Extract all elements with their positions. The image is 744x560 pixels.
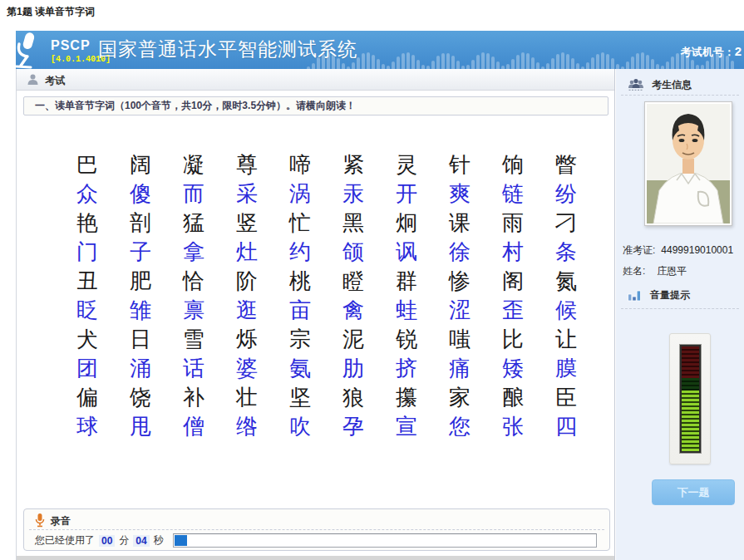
grid-char: 条 [555,238,609,267]
grid-char: 炯 [396,209,449,238]
grid-char: 肥 [130,267,183,296]
grid-char: 日 [130,325,183,354]
equalizer-bar [666,61,669,70]
grid-char: 补 [183,383,236,412]
recording-timer-row: 您已经使用了 00 分 04 秒 [24,531,609,550]
grid-char: 雨 [502,209,555,238]
grid-char: 狼 [342,383,396,412]
grid-char: 傻 [130,179,183,209]
name-label: 姓名: [623,265,645,277]
machine-number: 考试机号：2 [681,44,742,60]
grid-char: 瞥 [555,150,609,179]
bottom-strip [17,556,614,560]
grid-char: 壮 [236,383,289,412]
volume-meter [669,333,711,464]
equalizer-bar [406,52,410,69]
grid-row: 团涌话婆氨肋挤痛矮膜 [76,354,609,383]
grid-char: 绺 [236,412,289,441]
equalizer-bar [536,62,540,69]
equalizer-bar [342,63,345,69]
grid-char: 汞 [342,179,396,209]
grid-char: 嗤 [449,325,502,354]
exam-section-bar: 考试 [17,69,614,91]
equalizer-bar [471,60,475,69]
equalizer-bar [367,52,370,69]
grid-char: 歪 [502,296,555,325]
minutes-unit: 分 [119,533,129,548]
equalizer-bar [431,61,435,69]
grid-char: 坚 [289,383,342,412]
admission-number: 4499919010001 [661,244,733,256]
grid-char: 颌 [342,238,396,267]
grid-char: 约 [289,238,342,267]
grid-char: 烁 [236,325,289,354]
equalizer-bar [566,54,569,69]
grid-char: 涡 [289,179,342,209]
grid-char: 丑 [76,267,130,296]
grid-char: 门 [76,238,130,267]
elapsed-seconds: 04 [133,535,149,547]
grid-char: 家 [449,383,502,412]
equalizer-bar [576,63,579,69]
equalizer-bar [516,55,520,69]
equalizer-bar [526,53,530,69]
machine-number-label: 考试机号： [681,46,735,58]
grid-row: 巴阔凝尊啼紧灵针饷瞥 [76,150,609,179]
equalizer-bar [676,53,679,69]
grid-char: 眨 [76,296,130,325]
grid-char: 开 [396,179,449,209]
separator [621,308,739,309]
equalizer-bar [446,53,450,70]
grid-char: 饷 [502,150,555,179]
grid-char: 灶 [236,238,289,267]
recording-progress-fill [175,535,187,546]
equalizer-bar [486,53,490,69]
equalizer-bar [416,60,420,69]
equalizer-bar [362,53,365,69]
machine-number-value: 2 [735,44,742,58]
recording-mic-icon [34,513,46,528]
equalizer-bar [586,62,589,69]
question-title: 第1题 读单音节字词 [7,5,95,19]
equalizer-bar [556,54,559,69]
grid-char: 竖 [236,209,289,238]
seconds-unit: 秒 [154,533,164,548]
equalizer-bar [561,52,564,69]
grid-char: 啼 [289,150,342,179]
equalizer-bar [731,61,734,69]
grid-char: 而 [183,179,236,209]
elapsed-prefix: 您已经使用了 [35,533,95,548]
equalizer-bar [651,59,654,69]
recording-panel: 录音 您已经使用了 00 分 04 秒 [23,508,610,551]
grid-char: 偏 [76,383,130,412]
grid-char: 您 [449,412,502,441]
grid-char: 禽 [342,296,396,325]
grid-char: 子 [130,238,183,267]
grid-char: 黑 [342,209,396,238]
grid-char: 阁 [502,267,555,296]
equalizer-bar [606,54,609,69]
equalizer-bar [481,52,485,69]
equalizer-bar [706,61,709,69]
grid-char: 紧 [342,150,396,179]
equalizer-bar [521,52,525,69]
grid-row: 球甩僧绺吹孕宣您张四 [76,412,609,441]
grid-char: 拿 [183,238,236,267]
app-title: 国家普通话水平智能测试系统 [98,37,357,62]
grid-char: 氨 [289,354,342,383]
grid-char: 刁 [555,209,609,238]
grid-char: 膜 [555,354,609,383]
people-icon [628,78,644,91]
next-question-button[interactable]: 下一题 [652,479,735,505]
equalizer-bar [372,55,375,69]
grid-char: 涌 [130,354,183,383]
equalizer-bar [402,53,405,69]
volume-meter-leds [680,345,701,453]
equalizer-bar [626,61,629,69]
grid-char: 艳 [76,209,130,238]
equalizer-bar [312,63,315,70]
app-header: PSCP [4.0.1.4010] 国家普通话水平智能测试系统 考试机号：2 [16,31,744,69]
grid-char: 僧 [183,412,236,441]
grid-char: 锐 [396,325,449,354]
bar-chart-icon [628,289,642,302]
